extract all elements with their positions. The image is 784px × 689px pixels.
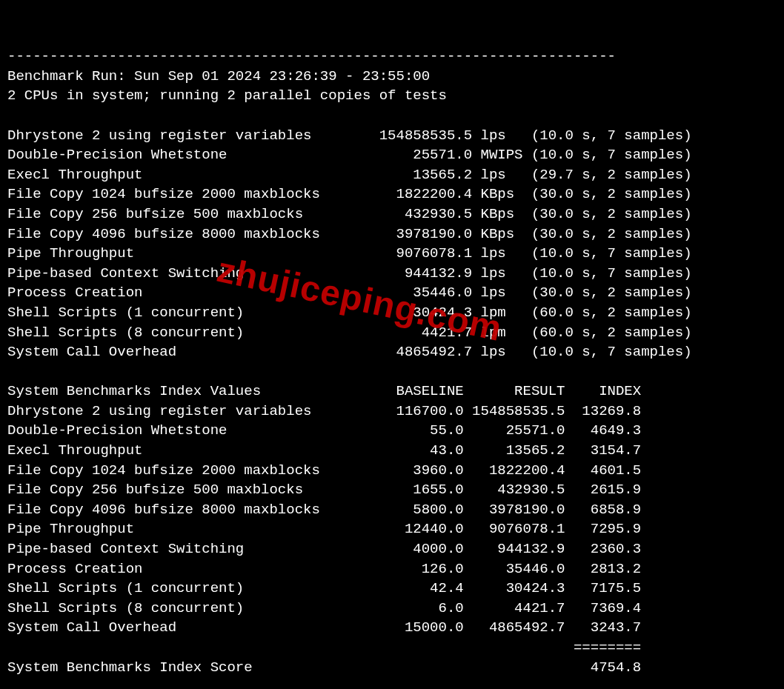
index-table-block: System Benchmarks Index Values BASELINE …	[7, 382, 777, 638]
run-line: Benchmark Run: Sun Sep 01 2024 23:26:39 …	[7, 68, 430, 84]
separator-line: ----------------------------------------…	[7, 48, 616, 64]
score-separator: ========	[7, 639, 641, 656]
score-line: System Benchmarks Index Score 4754.8	[7, 659, 641, 676]
test-results-block: Dhrystone 2 using register variables 154…	[7, 126, 777, 362]
cpu-line: 2 CPUs in system; running 2 parallel cop…	[7, 87, 447, 104]
